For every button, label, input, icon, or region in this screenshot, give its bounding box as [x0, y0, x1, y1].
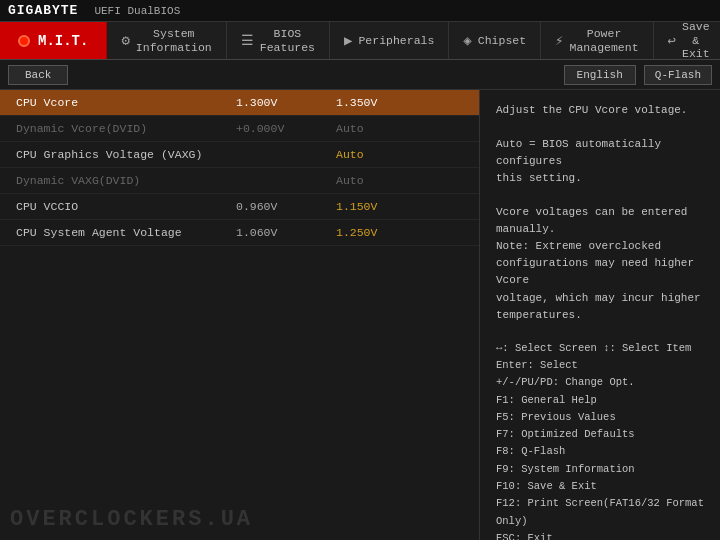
setting-default-value: +0.000V [236, 122, 336, 135]
shortcut-desc: : Select Screen ↕: Select Item [502, 342, 691, 354]
setting-name: CPU VCCIO [16, 200, 236, 213]
setting-current-value: 1.250V [336, 226, 416, 239]
save-exit-icon: ↩ [668, 32, 676, 49]
nav-label-save-exit: Save & Exit [682, 20, 710, 61]
nav-label-chipset: Chipset [478, 34, 526, 48]
nav-label-peripherals: Peripherals [358, 34, 434, 48]
shortcut-row: ESC: Exit [496, 530, 704, 540]
shortcut-row: Enter: Select [496, 357, 704, 374]
help-line: temperatures. [496, 307, 704, 324]
system-info-icon: ⚙ [121, 32, 129, 49]
shortcut-row: F9: System Information [496, 461, 704, 478]
shortcut-desc: : System Information [509, 463, 635, 475]
shortcut-key: F8 [496, 445, 509, 457]
setting-current-value: Auto [336, 174, 416, 187]
setting-row[interactable]: CPU VCCIO0.960V1.150V [0, 194, 479, 220]
help-line: Auto = BIOS automatically configures [496, 136, 704, 170]
nav-item-power-management[interactable]: ⚡ PowerManagement [541, 22, 653, 59]
uefi-label: UEFI DualBIOS [94, 5, 180, 17]
setting-row[interactable]: CPU Vcore1.300V1.350V [0, 90, 479, 116]
shortcut-row: F5: Previous Values [496, 409, 704, 426]
shortcut-key: F5 [496, 411, 509, 423]
nav-label-power-management: PowerManagement [570, 27, 639, 55]
setting-row[interactable]: Dynamic Vcore(DVID)+0.000VAuto [0, 116, 479, 142]
shortcut-desc: : Q-Flash [509, 445, 566, 457]
shortcut-key: F10 [496, 480, 515, 492]
shortcuts-list: ↔: Select Screen ↕: Select ItemEnter: Se… [496, 340, 704, 540]
shortcut-key: ESC [496, 532, 515, 540]
shortcut-row: F8: Q-Flash [496, 443, 704, 460]
navbar: M.I.T. ⚙ SystemInformation ☰ BIOSFeature… [0, 22, 720, 60]
nav-label-bios-features: BIOSFeatures [260, 27, 315, 55]
shortcut-row: F10: Save & Exit [496, 478, 704, 495]
power-icon: ⚡ [555, 32, 563, 49]
help-line: Adjust the CPU Vcore voltage. [496, 102, 704, 119]
shortcut-desc: : Exit [515, 532, 553, 540]
setting-row[interactable]: CPU System Agent Voltage1.060V1.250V [0, 220, 479, 246]
shortcut-row: F12: Print Screen(FAT16/32 Format Only) [496, 495, 704, 530]
setting-current-value: 1.150V [336, 200, 416, 213]
shortcut-desc: : Print Screen(FAT16/32 Format Only) [496, 497, 704, 526]
header-bar: GIGABYTE UEFI DualBIOS [0, 0, 720, 22]
setting-row[interactable]: CPU Graphics Voltage (VAXG)Auto [0, 142, 479, 168]
settings-panel: CPU Vcore1.300V1.350VDynamic Vcore(DVID)… [0, 90, 480, 540]
help-text: Adjust the CPU Vcore voltage. Auto = BIO… [496, 102, 704, 324]
nav-item-chipset[interactable]: ◈ Chipset [449, 22, 541, 59]
nav-mit-label: M.I.T. [38, 33, 88, 49]
setting-current-value: 1.350V [336, 96, 416, 109]
shortcut-desc: : Select [528, 359, 578, 371]
right-panel-inner: Adjust the CPU Vcore voltage. Auto = BIO… [496, 102, 704, 528]
qflash-button[interactable]: Q-Flash [644, 65, 712, 85]
peripherals-icon: ▶ [344, 32, 352, 49]
help-panel: Adjust the CPU Vcore voltage. Auto = BIO… [480, 90, 720, 540]
shortcut-desc: : Change Opt. [553, 376, 635, 388]
help-line: voltage, which may incur higher [496, 290, 704, 307]
setting-current-value: Auto [336, 122, 416, 135]
shortcut-key: F1 [496, 394, 509, 406]
setting-default-value: 0.960V [236, 200, 336, 213]
shortcut-key: Enter [496, 359, 528, 371]
help-line [496, 119, 704, 136]
setting-name: Dynamic VAXG(DVID) [16, 174, 236, 187]
back-button[interactable]: Back [8, 65, 68, 85]
shortcut-row: +/-/PU/PD: Change Opt. [496, 374, 704, 391]
chipset-icon: ◈ [463, 32, 471, 49]
brand-logo: GIGABYTE [8, 3, 78, 18]
setting-name: CPU Vcore [16, 96, 236, 109]
nav-item-system-information[interactable]: ⚙ SystemInformation [107, 22, 226, 59]
help-line: configurations may need higher Vcore [496, 255, 704, 289]
bios-features-icon: ☰ [241, 32, 254, 49]
settings-list: CPU Vcore1.300V1.350VDynamic Vcore(DVID)… [0, 90, 479, 246]
setting-default-value: 1.060V [236, 226, 336, 239]
help-line [496, 187, 704, 204]
setting-name: Dynamic Vcore(DVID) [16, 122, 236, 135]
mit-dot [18, 35, 30, 47]
shortcuts-section: ↔: Select Screen ↕: Select ItemEnter: Se… [496, 340, 704, 540]
shortcut-key: F12 [496, 497, 515, 509]
help-line: this setting. [496, 170, 704, 187]
nav-item-mit[interactable]: M.I.T. [0, 22, 107, 59]
language-button[interactable]: English [564, 65, 636, 85]
main-content: CPU Vcore1.300V1.350VDynamic Vcore(DVID)… [0, 90, 720, 540]
help-line: Vcore voltages can be entered manually. [496, 204, 704, 238]
shortcut-key: F9 [496, 463, 509, 475]
setting-name: CPU System Agent Voltage [16, 226, 236, 239]
shortcut-desc: : Save & Exit [515, 480, 597, 492]
toolbar: Back English Q-Flash [0, 60, 720, 90]
nav-item-bios-features[interactable]: ☰ BIOSFeatures [227, 22, 330, 59]
shortcut-key: +/-/PU/PD [496, 376, 553, 388]
nav-label-system-information: SystemInformation [136, 27, 212, 55]
setting-row[interactable]: Dynamic VAXG(DVID)Auto [0, 168, 479, 194]
setting-name: CPU Graphics Voltage (VAXG) [16, 148, 236, 161]
shortcut-desc: : General Help [509, 394, 597, 406]
shortcut-row: ↔: Select Screen ↕: Select Item [496, 340, 704, 357]
nav-item-peripherals[interactable]: ▶ Peripherals [330, 22, 449, 59]
setting-default-value: 1.300V [236, 96, 336, 109]
setting-current-value: Auto [336, 148, 416, 161]
shortcut-row: F1: General Help [496, 392, 704, 409]
nav-item-save-exit[interactable]: ↩ Save & Exit [654, 22, 720, 59]
shortcut-key: F7 [496, 428, 509, 440]
shortcut-row: F7: Optimized Defaults [496, 426, 704, 443]
shortcut-desc: : Optimized Defaults [509, 428, 635, 440]
shortcut-desc: : Previous Values [509, 411, 616, 423]
